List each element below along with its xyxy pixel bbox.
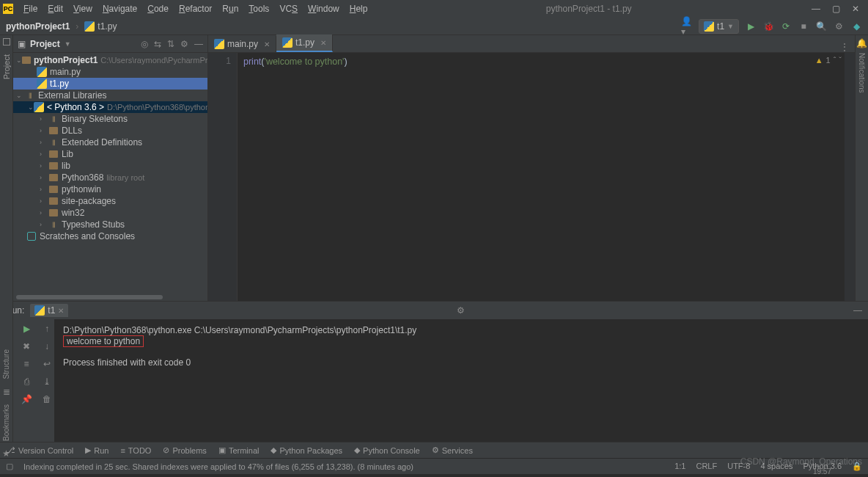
tree-item[interactable]: ⫴Binary Skeletons: [13, 113, 207, 125]
menu-navigate[interactable]: Navigate: [98, 2, 141, 15]
project-tool-icon[interactable]: [3, 38, 10, 45]
editor-body[interactable]: 1 print('welcome to python') ▲ 1 ˆ ˇ: [208, 53, 855, 301]
structure-icon[interactable]: ≣: [3, 387, 10, 397]
soft-wrap-icon[interactable]: ↩: [43, 359, 51, 369]
tree-file-t1py[interactable]: t1.py: [13, 78, 207, 90]
error-stripe[interactable]: [845, 53, 855, 301]
run-config-selector[interactable]: t1 ▼: [699, 19, 739, 34]
menu-file[interactable]: File: [19, 2, 42, 15]
expand-arrow-icon[interactable]: [40, 150, 48, 158]
more-tabs-icon[interactable]: ⋮: [834, 42, 855, 52]
menu-view[interactable]: View: [69, 2, 97, 15]
gear-icon[interactable]: ⚙: [180, 39, 188, 49]
tab-terminal[interactable]: ▣ Terminal: [218, 445, 260, 455]
tree-item[interactable]: Python368library root: [13, 172, 207, 183]
collapse-icon[interactable]: ⇅: [167, 39, 174, 49]
tree-scratches[interactable]: Scratches and Consoles: [13, 230, 207, 242]
stop-button[interactable]: ✖: [23, 341, 30, 352]
menu-code[interactable]: Code: [143, 2, 173, 15]
tree-item[interactable]: win32: [13, 207, 207, 219]
bookmarks-label[interactable]: Bookmarks: [2, 404, 10, 441]
hide-icon[interactable]: —: [853, 305, 862, 316]
notifications-icon[interactable]: 🔔: [856, 38, 867, 48]
tab-services[interactable]: ⚙ Services: [432, 445, 473, 455]
chevron-down-icon[interactable]: ▼: [65, 40, 71, 48]
run-button[interactable]: ▶: [745, 21, 757, 32]
close-tab-icon[interactable]: ✕: [264, 40, 270, 48]
code-editor[interactable]: print('welcome to python') ▲ 1 ˆ ˇ: [238, 53, 855, 301]
up-icon[interactable]: ↑: [45, 324, 49, 334]
user-icon[interactable]: 👤▾: [681, 21, 693, 32]
breadcrumb[interactable]: pythonProject1 › t1.py: [6, 21, 117, 32]
menu-edit[interactable]: Edit: [43, 2, 67, 15]
tab-todo[interactable]: ≡ TODO: [120, 446, 151, 455]
expand-arrow-icon[interactable]: [40, 139, 48, 146]
ide-features-icon[interactable]: ◆: [850, 21, 862, 32]
run-tab[interactable]: t1 ✕: [30, 304, 68, 317]
notifications-label[interactable]: Notifications: [858, 53, 866, 92]
status-encoding[interactable]: UTF-8: [727, 462, 750, 471]
status-square-icon[interactable]: ▢: [6, 462, 13, 471]
expand-arrow-icon[interactable]: [40, 186, 48, 193]
search-icon[interactable]: 🔍: [815, 21, 827, 32]
tree-item[interactable]: site-packages: [13, 195, 207, 207]
tab-python-packages[interactable]: ◆ Python Packages: [271, 445, 342, 455]
expand-arrow-icon[interactable]: [40, 162, 48, 170]
expand-arrow-icon[interactable]: [16, 57, 22, 64]
target-icon[interactable]: ◎: [141, 39, 148, 49]
minimize-icon[interactable]: —: [812, 4, 820, 14]
tree-file-mainpy[interactable]: main.py: [13, 66, 207, 78]
menu-run[interactable]: Run: [218, 2, 243, 15]
expand-arrow-icon[interactable]: [28, 103, 34, 111]
tree-item[interactable]: DLLs: [13, 125, 207, 136]
menu-tools[interactable]: Tools: [244, 2, 273, 15]
tab-t1py[interactable]: t1.py ✕: [276, 34, 333, 52]
tab-problems[interactable]: ⊘ Problems: [163, 445, 206, 455]
print-icon[interactable]: ⎙: [24, 376, 29, 387]
horizontal-scrollbar[interactable]: [13, 295, 207, 301]
project-view-title[interactable]: Project: [30, 39, 60, 49]
tree-root[interactable]: pythonProject1 C:\Users\raymond\PycharmP…: [13, 54, 207, 66]
status-indent[interactable]: 4 spaces: [760, 462, 792, 471]
structure-label[interactable]: Structure: [2, 349, 10, 379]
status-line-sep[interactable]: CRLF: [696, 462, 717, 471]
down-icon[interactable]: ↓: [45, 341, 49, 352]
menu-window[interactable]: Window: [304, 2, 344, 15]
expand-arrow-icon[interactable]: [40, 221, 48, 228]
expand-arrow-icon[interactable]: [16, 92, 25, 99]
expand-arrow-icon[interactable]: [40, 209, 48, 216]
expand-arrow-icon[interactable]: [40, 127, 48, 134]
tab-version-control[interactable]: ⎇ Version Control: [6, 445, 73, 455]
layout-icon[interactable]: ≡: [23, 359, 29, 369]
menu-vcs[interactable]: VCS: [275, 2, 302, 15]
project-tool-label[interactable]: Project: [2, 54, 11, 79]
debug-button[interactable]: 🐞: [762, 21, 774, 32]
clear-icon[interactable]: 🗑: [43, 394, 51, 404]
inspection-widget[interactable]: ▲ 1 ˆ ˇ: [815, 56, 842, 65]
expand-arrow-icon[interactable]: [40, 197, 48, 205]
pin-icon[interactable]: 📌: [21, 394, 32, 404]
menu-help[interactable]: Help: [345, 2, 372, 15]
bookmarks-icon[interactable]: ★: [2, 448, 10, 459]
close-tab-icon[interactable]: ✕: [320, 39, 326, 47]
tree-external-libraries[interactable]: ⫴ External Libraries: [13, 90, 207, 101]
run-output[interactable]: D:\Python\Python368\python.exe C:\Users\…: [54, 319, 868, 442]
settings-icon[interactable]: ⚙: [833, 21, 845, 32]
hide-icon[interactable]: —: [194, 39, 203, 49]
close-tab-icon[interactable]: ✕: [58, 307, 64, 315]
breadcrumb-project[interactable]: pythonProject1: [6, 21, 70, 32]
tree-item[interactable]: lib: [13, 160, 207, 172]
expand-arrow-icon[interactable]: [40, 174, 48, 181]
breadcrumb-file[interactable]: t1.py: [98, 21, 117, 32]
tree-item[interactable]: ⫴Typeshed Stubs: [13, 219, 207, 230]
status-position[interactable]: 1:1: [674, 462, 685, 471]
stop-button[interactable]: ■: [798, 21, 809, 32]
maximize-icon[interactable]: ▢: [832, 4, 840, 14]
tree-python-env[interactable]: < Python 3.6 > D:\Python\Python368\pytho…: [13, 101, 207, 113]
tree-item[interactable]: Lib: [13, 148, 207, 160]
menu-refactor[interactable]: Refactor: [174, 2, 216, 15]
tab-python-console[interactable]: ◆ Python Console: [354, 445, 420, 455]
run-with-coverage-button[interactable]: ⟳: [780, 21, 792, 32]
rerun-button[interactable]: ▶: [23, 324, 30, 334]
project-tree[interactable]: pythonProject1 C:\Users\raymond\PycharmP…: [13, 53, 207, 301]
